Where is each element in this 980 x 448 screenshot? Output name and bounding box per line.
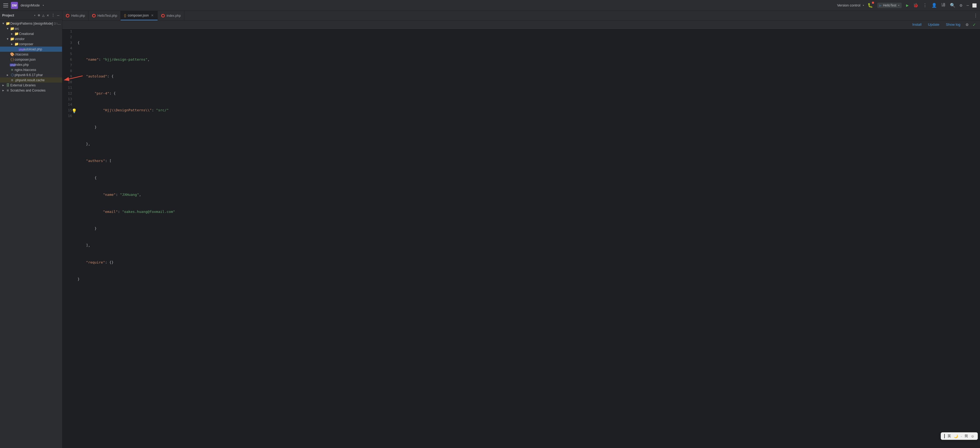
run-config-icon: ▷ (880, 3, 881, 7)
tree-item-phpunit[interactable]: ⬡ phpunit-9.6.17.phar (0, 72, 62, 78)
tree-item-htaccess[interactable]: 🎨 .htaccess (0, 52, 62, 57)
tab-icon-hello: ⭕ (65, 14, 70, 17)
sidebar-dropdown-icon[interactable]: ▾ (34, 14, 35, 17)
run-configuration[interactable]: ▷ HelloTest ▾ (877, 3, 902, 8)
tree-item-autoload[interactable]: php autoload.php (0, 47, 62, 52)
tree-item-composer-folder[interactable]: 📁 composer (0, 41, 62, 47)
collapse-icon[interactable]: △ (42, 13, 45, 18)
folder-icon-root: 📁 (5, 21, 10, 25)
minimize-button[interactable]: ─ (967, 3, 969, 8)
line-num-5: 5 (65, 51, 72, 57)
line-num-13: 13 (65, 97, 72, 102)
more-options-icon[interactable]: ⋮ (923, 3, 927, 8)
tab-indexphp[interactable]: ⭕ index.php (158, 11, 184, 20)
line-num-14: 14 (65, 102, 72, 108)
maximize-button[interactable]: ⬜ (972, 3, 977, 8)
tree-item-indexphp[interactable]: php index.php (0, 62, 62, 67)
version-control-dropdown-icon[interactable]: ▾ (863, 4, 864, 7)
tab-composerjson[interactable]: {} composer.json ✕ (121, 11, 158, 20)
install-button[interactable]: Install (911, 22, 923, 27)
sidebar-minimize-icon[interactable]: — (57, 13, 60, 18)
debug-button[interactable]: 🐞 (913, 3, 918, 8)
bug-icon[interactable]: 🐛 (867, 3, 873, 8)
ime-english[interactable]: 英 (948, 434, 951, 438)
tree-label-composerjson: composer.json (14, 58, 62, 62)
tree-arrow-phpunit[interactable] (5, 73, 10, 76)
titlebar-center: Version control ▾ (837, 3, 864, 7)
code-content[interactable]: { "name": "hjj/design-patterns", "autolo… (75, 29, 980, 448)
ime-moon[interactable]: 🌙 (954, 434, 958, 438)
tab-bar-kebab-icon[interactable]: ⋮ (974, 13, 978, 18)
folder-icon-composer: 📁 (14, 42, 19, 46)
tab-icon-composerjson: {} (124, 14, 126, 17)
search-icon[interactable]: 🔍 (950, 3, 955, 8)
tab-label-hello: Hello.php (71, 14, 85, 17)
tree-arrow-scratches[interactable] (1, 89, 5, 92)
json-icon-composerjson: {} (10, 57, 14, 62)
app-name-dropdown-icon[interactable]: ▾ (43, 4, 44, 7)
tree-arrow-external[interactable] (1, 84, 5, 87)
run-button[interactable]: ▶ (906, 3, 909, 8)
hamburger-menu-icon[interactable] (3, 3, 8, 7)
settings-icon[interactable]: ⚙ (960, 3, 963, 8)
app-name[interactable]: designMode (21, 3, 40, 7)
code-editor[interactable]: 1 2 3 4 5 6 7 8 9 10 11 12 13 14 15 16 {… (62, 29, 980, 448)
line-num-12: 12 (65, 91, 72, 97)
code-line-9: { (78, 175, 978, 181)
tree-label-vendor: vendor (14, 37, 62, 41)
titlebar-right: 🐛 ▷ HelloTest ▾ ▶ 🐞 ⋮ 👤 译 🔍 ⚙ ─ ⬜ (867, 2, 977, 8)
bug-badge (872, 2, 874, 4)
line-num-6: 6 (65, 57, 72, 63)
line-num-9: 9 (65, 74, 72, 79)
tree-item-nginx[interactable]: ≡ nginx.htaccess (0, 67, 62, 72)
tab-close-composerjson[interactable]: ✕ (150, 13, 154, 17)
ime-dot[interactable]: · (961, 434, 962, 438)
tree-item-scratches[interactable]: ≡ Scratches and Consoles (0, 88, 62, 93)
code-line-4: "psr-4": { (78, 91, 978, 97)
tree-arrow-src[interactable] (5, 27, 10, 30)
ime-emoji[interactable]: ☺ (971, 434, 974, 438)
run-config-dropdown-icon[interactable]: ▾ (898, 4, 899, 7)
tree-arrow-root[interactable] (1, 22, 5, 25)
translate-icon[interactable]: 译 (941, 2, 946, 8)
tab-hello[interactable]: ⭕ Hello.php (62, 11, 89, 20)
tree-label-src: src (14, 27, 62, 30)
version-control-label[interactable]: Version control (837, 3, 861, 7)
app-logo: DM (11, 2, 18, 9)
close-sidebar-icon[interactable]: ✕ (46, 13, 49, 18)
hint-bulb-icon[interactable]: 💡 (72, 108, 77, 114)
tree-item-phpunit-result[interactable]: ≡ .phpunit.result.cache (0, 78, 62, 83)
user-icon[interactable]: 👤 (931, 3, 937, 8)
tree-arrow-creational[interactable] (10, 32, 14, 35)
tree-item-root[interactable]: 📁 DesignPatterns [designMode] D:\www\Des (0, 21, 62, 26)
tree-arrow-composer[interactable] (10, 43, 14, 46)
tree-label-creational: Creational (19, 32, 62, 36)
tab-label-indexphp: index.php (167, 14, 181, 17)
code-line-5: "Hjj\\DesignPatterns\\": "src/" 💡 (78, 108, 978, 113)
ime-caret (944, 434, 945, 438)
tree-label-root: DesignPatterns [designMode] D:\www\Des (10, 22, 62, 25)
scratches-icon: ≡ (5, 88, 10, 92)
show-log-button[interactable]: Show log (945, 22, 961, 27)
tree-item-src[interactable]: 📁 src (0, 26, 62, 31)
tree-arrow-vendor[interactable] (5, 37, 10, 40)
sidebar-actions: ⊕ △ ✕ ⋮ — (37, 13, 60, 18)
update-button[interactable]: Update (927, 22, 940, 27)
tree-label-htaccess: .htaccess (14, 52, 62, 56)
sidebar-settings-icon[interactable]: ⋮ (51, 13, 56, 18)
tree-item-composerjson[interactable]: {} composer.json (0, 57, 62, 62)
tab-hellotest[interactable]: ⭕ HelloTest.php (89, 11, 121, 20)
composer-settings-icon[interactable]: ⚙ (966, 22, 969, 27)
code-line-13: ], (78, 243, 978, 248)
line-num-3: 3 (65, 40, 72, 46)
ime-toolbar[interactable]: 英 🌙 · 简 ☺ (941, 432, 978, 440)
tree-label-external-libraries: External Libraries (10, 83, 62, 87)
tree-item-creational[interactable]: 📁 Creational (0, 31, 62, 36)
tree-item-vendor[interactable]: 📁 vendor (0, 36, 62, 41)
tree-item-external-libraries[interactable]: 🗄 External Libraries (0, 83, 62, 88)
ime-simplified[interactable]: 简 (964, 434, 968, 438)
tree-label-composer-folder: composer (19, 42, 62, 46)
code-line-7: }, (78, 141, 978, 147)
line-num-7: 7 (65, 63, 72, 68)
locate-file-icon[interactable]: ⊕ (37, 13, 40, 18)
